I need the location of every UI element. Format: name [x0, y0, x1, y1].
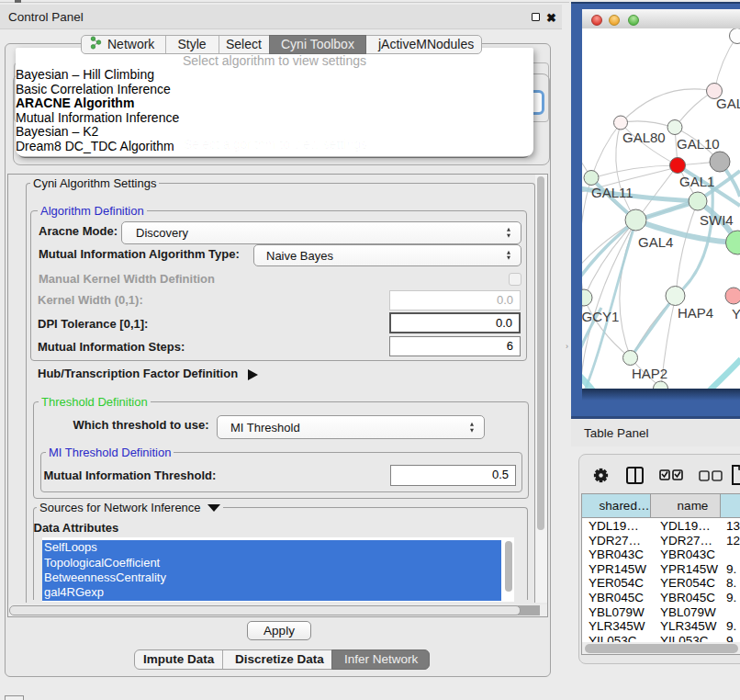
svg-text:GAL80: GAL80	[622, 130, 666, 145]
svg-text:GCY1: GCY1	[582, 309, 619, 324]
svg-text:HAP4: HAP4	[678, 305, 713, 321]
svg-text:GAL7: GAL7	[716, 96, 740, 111]
svg-text:HAP2: HAP2	[632, 366, 667, 381]
svg-text:GAL1: GAL1	[679, 174, 714, 189]
svg-text:GAL11: GAL11	[591, 185, 633, 200]
svg-text:Y: Y	[732, 306, 740, 322]
svg-text:GAL4: GAL4	[638, 234, 673, 250]
svg-text:GAL10: GAL10	[677, 136, 720, 152]
svg-text:SWI4: SWI4	[700, 212, 734, 228]
